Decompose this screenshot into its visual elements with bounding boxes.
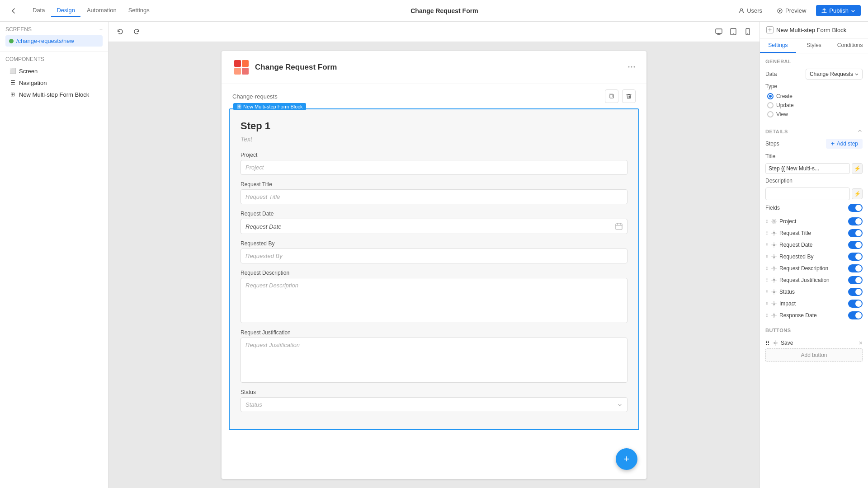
field-name-request-description: Request Description: [779, 265, 845, 272]
field-toggle-request-title[interactable]: [848, 229, 863, 237]
add-component-button[interactable]: +: [99, 56, 103, 62]
tab-data[interactable]: Data: [27, 4, 50, 17]
drag-handle-request-title[interactable]: ⠿: [765, 231, 769, 236]
field-toggle-impact[interactable]: [848, 300, 863, 308]
tab-conditions[interactable]: Conditions: [832, 38, 868, 53]
form-logo: Change Request Form: [232, 58, 337, 76]
drag-handle-request-justification[interactable]: ⠿: [765, 278, 769, 283]
main-layout: Screens + /change-requests/new Component…: [0, 22, 868, 488]
field-select-status[interactable]: Status: [241, 397, 627, 412]
form-block-content: Step 1 Text Project Project Request Titl…: [230, 109, 638, 429]
field-toggle-request-justification[interactable]: [848, 276, 863, 284]
drag-handle-impact[interactable]: ⠿: [765, 301, 769, 306]
add-button[interactable]: Add button: [765, 348, 863, 362]
desktop-view-button[interactable]: [712, 25, 725, 38]
publish-button[interactable]: Publish: [816, 5, 861, 16]
duplicate-button[interactable]: [605, 89, 618, 103]
description-input[interactable]: [765, 188, 850, 200]
mobile-view-button[interactable]: [741, 25, 754, 38]
add-screen-button[interactable]: +: [99, 26, 103, 33]
svg-point-17: [773, 256, 775, 258]
field-group-request-date: Request Date Request Date: [241, 211, 627, 234]
delete-button[interactable]: [622, 89, 636, 103]
drag-handle-response-date[interactable]: ⠿: [765, 313, 769, 318]
field-toggle-request-date[interactable]: [848, 241, 863, 249]
field-textarea-request-justification[interactable]: Request Justification: [241, 338, 627, 383]
gear-icon-project[interactable]: [771, 219, 777, 224]
drag-handle-save[interactable]: ⠿: [765, 340, 770, 347]
field-row-request-description: ⠿ Request Description: [765, 263, 863, 274]
steps-label: Steps: [765, 141, 779, 147]
gear-icon-response-date[interactable]: [771, 313, 777, 318]
drag-handle-project[interactable]: ⠿: [765, 219, 769, 224]
preview-button[interactable]: Preview: [772, 5, 811, 16]
type-view-radio[interactable]: View: [767, 111, 863, 117]
field-row-request-title: ⠿ Request Title: [765, 227, 863, 239]
data-row: Data Change Requests: [765, 69, 863, 80]
undo-button[interactable]: [114, 25, 127, 38]
drag-handle-requested-by[interactable]: ⠿: [765, 254, 769, 259]
component-form-block[interactable]: ⊞ New Multi-step Form Block: [5, 89, 103, 100]
svg-point-22: [773, 314, 775, 316]
screen-item-change-requests[interactable]: /change-requests/new: [5, 35, 103, 47]
add-step-button[interactable]: Add step: [826, 139, 863, 149]
description-row: ⚡: [765, 188, 863, 200]
type-update-radio[interactable]: Update: [767, 102, 863, 108]
field-input-project[interactable]: Project: [241, 160, 627, 175]
tab-settings[interactable]: Settings: [760, 38, 796, 53]
fields-master-toggle[interactable]: [848, 204, 863, 212]
field-toggle-response-date[interactable]: [848, 311, 863, 319]
field-toggle-requested-by[interactable]: [848, 253, 863, 261]
field-input-request-title[interactable]: Request Title: [241, 189, 627, 204]
canvas-scroll[interactable]: Change Request Form Change-requests: [108, 42, 760, 488]
form-block-icon: ⊞: [9, 91, 16, 98]
right-panel-tabs: Settings Styles Conditions: [760, 38, 868, 53]
field-row-requested-by: ⠿ Requested By: [765, 251, 863, 263]
field-input-request-date[interactable]: Request Date: [241, 219, 627, 234]
back-button[interactable]: [7, 5, 20, 17]
description-lightning-button[interactable]: ⚡: [852, 188, 863, 199]
gear-icon-request-date[interactable]: [771, 242, 777, 248]
general-section-title: GENERAL: [765, 59, 863, 64]
users-button[interactable]: Users: [734, 5, 767, 16]
field-textarea-request-description[interactable]: Request Description: [241, 278, 627, 323]
svg-point-20: [773, 291, 775, 293]
drag-handle-request-date[interactable]: ⠿: [765, 243, 769, 248]
gear-icon-request-description[interactable]: [771, 266, 777, 271]
canvas-page: Change Request Form Change-requests: [222, 51, 646, 479]
component-navigation[interactable]: ☰ Navigation: [5, 77, 103, 89]
gear-icon-save[interactable]: [773, 340, 778, 346]
gear-icon-request-title[interactable]: [771, 230, 777, 236]
gear-icon-status[interactable]: [771, 289, 777, 295]
field-input-requested-by[interactable]: Requested By: [241, 249, 627, 263]
field-toggle-request-description[interactable]: [848, 264, 863, 272]
gear-icon-impact[interactable]: [771, 301, 777, 306]
description-field-label: Description: [765, 178, 793, 184]
tab-design[interactable]: Design: [51, 4, 80, 17]
delete-save-button[interactable]: ×: [859, 339, 863, 347]
data-select[interactable]: Change Requests: [806, 69, 863, 80]
field-toggle-project[interactable]: [848, 217, 863, 225]
title-input[interactable]: Step {{ New Multi-s...: [765, 163, 850, 174]
screens-header: Screens +: [5, 26, 103, 33]
field-toggle-status[interactable]: [848, 288, 863, 296]
gear-icon-request-justification[interactable]: [771, 277, 777, 283]
tab-settings[interactable]: Settings: [123, 4, 155, 17]
gear-icon-requested-by[interactable]: [771, 254, 777, 259]
logo-icon: [232, 58, 250, 76]
more-options-button[interactable]: [627, 63, 636, 72]
drag-handle-status[interactable]: ⠿: [765, 290, 769, 295]
redo-button[interactable]: [130, 25, 143, 38]
update-radio-indicator: [767, 102, 774, 108]
tab-styles[interactable]: Styles: [796, 38, 832, 53]
drag-handle-request-description[interactable]: ⠿: [765, 266, 769, 271]
type-create-radio[interactable]: Create: [767, 93, 863, 99]
tablet-view-button[interactable]: [727, 25, 740, 38]
component-screen[interactable]: ⬜ Screen: [5, 65, 103, 77]
form-header: Change Request Form: [222, 51, 646, 84]
fab-button[interactable]: +: [616, 448, 637, 470]
tab-automation[interactable]: Automation: [81, 4, 122, 17]
title-lightning-button[interactable]: ⚡: [852, 163, 863, 174]
description-label-row: Description: [765, 178, 863, 184]
right-panel-scroll: GENERAL Data Change Requests Type Create: [760, 53, 868, 488]
